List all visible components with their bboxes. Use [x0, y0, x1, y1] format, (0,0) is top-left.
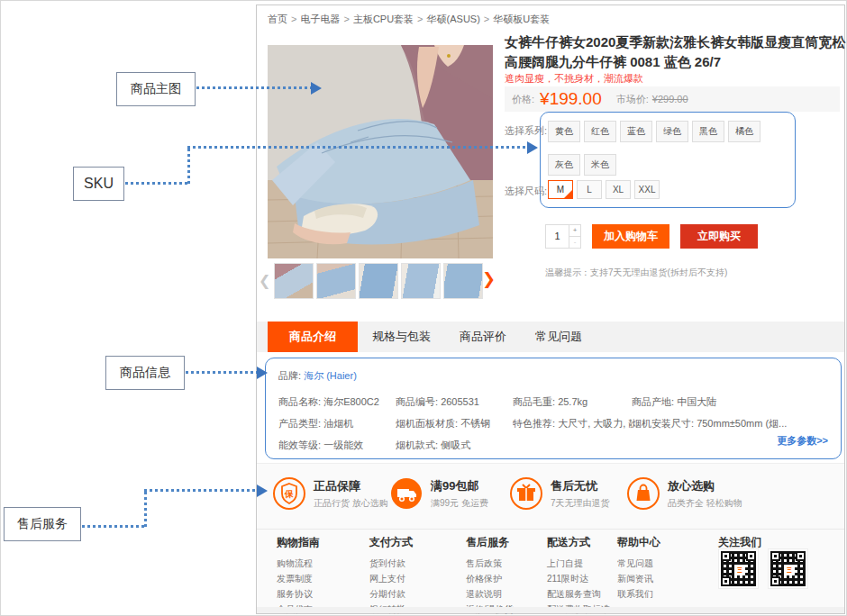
series-swatch[interactable]: 蓝色: [620, 121, 652, 142]
series-swatch[interactable]: 黑色: [692, 121, 724, 142]
spec-value: 不锈钢: [460, 418, 490, 429]
footer-link[interactable]: 常见问题: [617, 557, 660, 570]
series-swatch[interactable]: 橘色: [728, 121, 760, 142]
footer-column: 支付方式货到付款网上支付分期付款银行转帐: [369, 535, 413, 616]
service-desc: 7天无理由退货: [551, 497, 610, 510]
quantity-decrease-button[interactable]: -: [569, 236, 580, 248]
breadcrumb-item[interactable]: 首页: [268, 14, 287, 24]
footer-link[interactable]: 211限时达: [547, 573, 610, 585]
thumbnail[interactable]: [359, 263, 398, 299]
footer-column-follow: 关注我们: [718, 535, 761, 557]
qr-finder-dot: [774, 555, 777, 557]
service-text: 放心选购品类齐全 轻松购物: [668, 478, 742, 510]
series-options: 黄色红色蓝色绿色黑色橘色灰色米色: [548, 121, 766, 187]
footer-link[interactable]: 分期付款: [369, 588, 413, 601]
add-to-cart-button[interactable]: 加入购物车: [592, 224, 669, 249]
size-swatch[interactable]: M: [548, 180, 573, 199]
brand-link[interactable]: 海尔 (Haier): [304, 370, 357, 381]
tab-商品评价[interactable]: 商品评价: [445, 322, 521, 352]
series-swatch[interactable]: 米色: [584, 154, 616, 176]
service-title: 满99包邮: [431, 478, 488, 494]
breadcrumb-item[interactable]: 华硕(ASUS): [427, 14, 480, 24]
spec-label: 商品名称:: [278, 396, 323, 407]
spec-item: 烟机面板材质: 不锈钢: [396, 417, 513, 430]
annotation-line: [196, 86, 312, 89]
annotated-product-page: 首页>电子电器>主板CPU套装>华硕(ASUS)>华硕板U套装: [0, 0, 847, 616]
product-main-image[interactable]: [268, 45, 493, 258]
footer-column: 售后服务售后政策价格保护退款说明返修/退换货取消订单: [466, 535, 514, 616]
thumbnail[interactable]: [316, 263, 356, 299]
panel-bottom-strip: [257, 607, 844, 613]
footer-link[interactable]: 服务协议: [277, 588, 320, 601]
shopping-bag-icon: [626, 476, 660, 511]
thumbs-prev-icon[interactable]: ❮: [259, 272, 270, 289]
spec-item: 产品类型: 油烟机: [278, 417, 396, 430]
footer-link[interactable]: 上门自提: [547, 557, 610, 570]
qr-logo: Ξ: [784, 565, 795, 575]
annotation-line: [125, 182, 190, 185]
more-params-link[interactable]: 更多参数>>: [777, 434, 828, 448]
quantity-increase-button[interactable]: +: [569, 225, 580, 236]
buy-now-button[interactable]: 立即购买: [680, 224, 758, 249]
series-swatch[interactable]: 灰色: [548, 154, 580, 176]
annotation-line: [144, 492, 147, 528]
thumbnail[interactable]: [274, 263, 314, 299]
footer-follow-title: 关注我们: [718, 535, 761, 550]
qr-finder-dot: [799, 555, 802, 557]
footer-link[interactable]: 联系我们: [617, 588, 660, 601]
thumbnail[interactable]: [401, 263, 441, 299]
breadcrumb-item[interactable]: 华硕板U套装: [493, 14, 550, 24]
breadcrumb-item[interactable]: 主板CPU套装: [353, 14, 414, 24]
spec-value: 海尔E800C2: [323, 396, 379, 407]
spec-label: 产品类型:: [278, 418, 323, 429]
tab-商品介绍[interactable]: 商品介绍: [268, 322, 358, 352]
footer-column-title: 支付方式: [369, 535, 413, 550]
product-photo: [268, 45, 493, 258]
service-item: 售后无忧7天无理由退货: [509, 476, 610, 511]
size-swatch[interactable]: L: [577, 180, 602, 199]
footer-link[interactable]: 退款说明: [466, 588, 514, 601]
footer-link[interactable]: 货到付款: [369, 557, 413, 570]
thumbs-next-icon[interactable]: ❯: [482, 269, 496, 289]
spec-value: 2605531: [441, 396, 479, 407]
breadcrumb-item[interactable]: 电子电器: [300, 14, 340, 24]
series-swatch[interactable]: 绿色: [656, 121, 688, 142]
footer-link[interactable]: 配送服务查询: [547, 588, 610, 601]
tab-规格与包装[interactable]: 规格与包装: [358, 322, 445, 352]
footer-link[interactable]: 价格保护: [466, 573, 514, 585]
spec-value: 侧吸式: [441, 439, 470, 450]
service-desc: 满99元 免运费: [431, 497, 488, 510]
footer-links: ΞΞ 购物指南购物流程发票制度服务协议会员优惠支付方式货到付款网上支付分期付款银…: [257, 529, 844, 606]
spec-label: 商品产地:: [632, 396, 677, 407]
annotation-sku: SKU: [73, 167, 124, 201]
footer-link[interactable]: 新闻资讯: [617, 573, 660, 585]
qr-finder: [770, 576, 780, 586]
service-desc: 正品行货 放心选购: [314, 497, 388, 510]
price-label: 价格:: [512, 93, 534, 106]
market-price-value: ¥299.00: [652, 94, 688, 104]
size-swatch[interactable]: XXL: [634, 180, 660, 199]
size-label: 选择尺码:: [505, 185, 547, 198]
spec-label: 特色推荐:: [513, 418, 558, 429]
quantity-stepper[interactable]: 1 + -: [545, 224, 581, 249]
spec-item: 烟机款式: 侧吸式: [396, 439, 513, 452]
annotation-arrow-icon: [257, 367, 274, 379]
series-swatch[interactable]: 红色: [584, 121, 616, 142]
thumbnail[interactable]: [443, 263, 483, 299]
spec-value: 大尺寸, 大吸力, 静音...: [558, 418, 632, 429]
spec-label: 烟机款式:: [396, 439, 441, 450]
quantity-value[interactable]: 1: [546, 225, 569, 248]
warm-tips: 温馨提示：支持7天无理由退货(拆封后不支持): [545, 267, 727, 279]
footer-link[interactable]: 发票制度: [277, 573, 320, 585]
spec-value: 750mm±50mm (烟...: [697, 418, 787, 429]
footer-column: 配送方式上门自提211限时达配送服务查询配送费收取标准海外配送: [547, 535, 610, 616]
footer-link[interactable]: 购物流程: [277, 557, 320, 570]
tab-常见问题[interactable]: 常见问题: [521, 322, 597, 352]
truck-icon: [389, 476, 424, 511]
qr-finder-dot: [774, 580, 777, 583]
size-swatch[interactable]: XL: [606, 180, 631, 199]
footer-link[interactable]: 售后政策: [466, 557, 514, 570]
breadcrumb-separator: >: [291, 14, 296, 24]
series-swatch[interactable]: 黄色: [548, 121, 580, 142]
footer-link[interactable]: 网上支付: [369, 573, 413, 585]
